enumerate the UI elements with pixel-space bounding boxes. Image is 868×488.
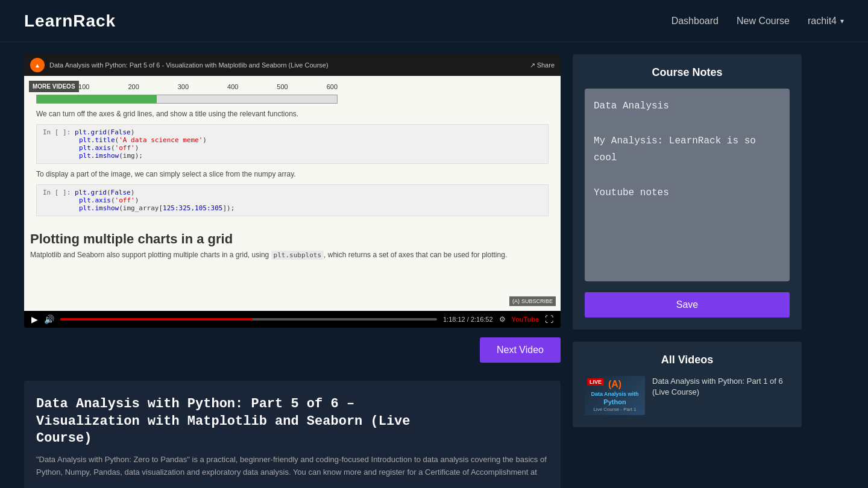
save-button[interactable]: Save [585, 292, 790, 318]
text-block-1: We can turn off the axes & grid lines, a… [36, 108, 549, 119]
next-video-row: Next Video [24, 337, 561, 363]
share-button[interactable]: ↗ Share [530, 61, 555, 69]
video-top-bar: ▲ Data Analysis with Python: Part 5 of 6… [24, 54, 561, 76]
new-course-link[interactable]: New Course [737, 16, 790, 27]
brand-logo[interactable]: LearnRack [24, 11, 116, 31]
video-title-bar: Data Analysis with Python: Part 5 of 6 -… [49, 61, 525, 69]
time-display: 1:18:12 / 2:16:52 [443, 316, 493, 323]
settings-icon[interactable]: ⚙ [499, 315, 506, 324]
video-controls: ▶ 🔊 1:18:12 / 2:16:52 ⚙ YouTube ⛶ [24, 311, 561, 328]
video-desc-text: "Data Analysis with Python: Zero to Pand… [36, 454, 549, 479]
fcc-icon: ▲ [30, 58, 45, 72]
subscribe-overlay[interactable]: (A) SUBSCRIBE [509, 296, 556, 306]
video-list-item[interactable]: (A) Data Analysis with Python Live Cours… [585, 376, 790, 415]
chart-bar [36, 95, 338, 104]
dashboard-link[interactable]: Dashboard [671, 16, 719, 27]
course-notes-title: Course Notes [585, 66, 790, 79]
nav-links: Dashboard New Course rachit4 ▾ [671, 16, 844, 27]
text-block-2: To display a part of the image, we can s… [36, 169, 549, 180]
progress-bar[interactable] [60, 318, 437, 321]
thumb-logo-icon: (A) [608, 379, 621, 390]
all-videos-card: All Videos (A) Data Analysis with Python… [573, 342, 802, 427]
video-thumbnail: (A) Data Analysis with Python Live Cours… [585, 376, 645, 415]
youtube-logo: YouTube [512, 316, 539, 323]
chevron-down-icon: ▾ [840, 17, 844, 25]
user-menu[interactable]: rachit4 ▾ [808, 16, 844, 27]
all-videos-title: All Videos [585, 354, 790, 366]
plotting-section: Plotting multiple charts in a grid Matpl… [24, 225, 561, 263]
code-block-1: In [ ]: plt.grid(False) plt.title('A dat… [36, 124, 549, 164]
thumb-subtitle-label: Live Course - Part 1 [593, 407, 636, 412]
course-notes-card: Course Notes Data Analysis My Analysis: … [573, 54, 802, 330]
code-block-2: In [ ]: plt.grid(False) plt.axis('off') … [36, 184, 549, 216]
chart-bar-fill [37, 95, 157, 103]
plotting-text: Matplotlib and Seaborn also support plot… [30, 250, 555, 260]
thumb-lang-label: Data Analysis with [591, 391, 638, 397]
chart-labels: 0 100 200 300 400 500 600 [36, 82, 338, 92]
fullscreen-button[interactable]: ⛶ [545, 314, 553, 324]
video-player: ▲ Data Analysis with Python: Part 5 of 6… [24, 54, 561, 328]
navbar: LearnRack Dashboard New Course rachit4 ▾ [0, 0, 868, 42]
left-column: ▲ Data Analysis with Python: Part 5 of 6… [24, 54, 561, 488]
video-inner-content: 0 100 200 300 400 500 600 We can turn of… [24, 76, 561, 225]
play-button[interactable]: ▶ [31, 314, 38, 324]
progress-bar-fill [60, 318, 253, 321]
thumb-python-label: Python [603, 398, 626, 405]
username-label: rachit4 [808, 16, 837, 27]
right-column: Course Notes Data Analysis My Analysis: … [573, 54, 802, 488]
video-description: Data Analysis with Python: Part 5 of 6 –… [24, 381, 561, 488]
main-content: ▲ Data Analysis with Python: Part 5 of 6… [0, 42, 868, 488]
video-item-title: Data Analysis with Python: Part 1 of 6 (… [652, 376, 790, 398]
course-notes-textarea[interactable]: Data Analysis My Analysis: LearnRack is … [585, 89, 790, 281]
plotting-title: Plotting multiple charts in a grid [30, 231, 555, 247]
more-videos-overlay[interactable]: MORE VIDEOS [29, 81, 79, 92]
volume-button[interactable]: 🔊 [44, 314, 54, 324]
live-badge: LIVE [587, 378, 604, 386]
video-desc-title: Data Analysis with Python: Part 5 of 6 –… [36, 396, 549, 448]
fcc-subscribe-icon: (A) [512, 298, 520, 304]
next-video-button[interactable]: Next Video [480, 337, 561, 363]
video-content-area: MORE VIDEOS 0 100 200 300 400 500 600 [24, 76, 561, 311]
